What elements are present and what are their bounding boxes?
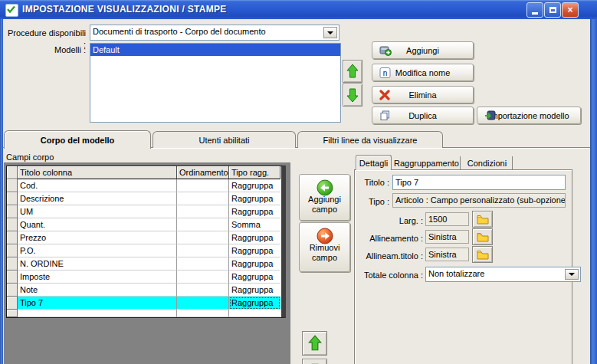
cell-titolo[interactable]: Quant. (18, 218, 177, 231)
maximize-button[interactable] (544, 2, 561, 18)
cell-tipo-ragg[interactable]: Raggruppa (229, 284, 280, 297)
cell-tipo-ragg[interactable]: Somma (229, 218, 280, 231)
cell-titolo[interactable]: P.O. (18, 244, 177, 257)
row-move-down-button[interactable] (302, 359, 327, 364)
cell-ordinamento[interactable] (177, 297, 229, 310)
cell-titolo[interactable]: Descrizione (18, 192, 177, 205)
minimize-button[interactable] (526, 2, 543, 18)
row-selector-cell[interactable] (7, 271, 18, 284)
table-row[interactable]: UMRaggruppa (7, 205, 281, 218)
row-selector-cell[interactable] (7, 297, 18, 310)
aggiungi-label: Aggiungi (406, 46, 439, 55)
modelli-listbox[interactable]: Default (90, 43, 341, 123)
row-move-up-button[interactable] (302, 331, 327, 356)
import-icon (484, 110, 496, 121)
cell-ordinamento[interactable] (177, 192, 229, 205)
cell-titolo[interactable]: Note (18, 284, 177, 297)
cell-ordinamento[interactable] (177, 205, 229, 218)
rimuovi-campo-button[interactable]: Rimuovicampo (299, 222, 350, 272)
campi-grid-body: Cod.RaggruppaDescrizioneRaggruppaUMRaggr… (7, 179, 281, 310)
tab-filtri-linee[interactable]: Filtri linee da visualizzare (297, 131, 443, 148)
folder-icon (477, 250, 489, 260)
cell-ordinamento[interactable] (177, 244, 229, 257)
cell-ordinamento[interactable] (177, 257, 229, 271)
cell-titolo[interactable]: UM (18, 205, 177, 218)
cell-titolo[interactable]: N. ORDINE (18, 257, 177, 271)
titolo-input[interactable] (392, 175, 566, 190)
cell-tipo-ragg[interactable]: Raggruppa (229, 271, 280, 284)
campi-corpo-grid[interactable]: Titolo colonna Ordinamento Tipo ragg. Co… (6, 166, 286, 318)
allineamento-picker-button[interactable] (472, 228, 493, 245)
allineam-titolo-picker-button[interactable] (472, 246, 493, 263)
cell-ordinamento[interactable] (177, 284, 229, 297)
procedure-combobox[interactable]: Documenti di trasporto - Corpo del docum… (90, 25, 340, 41)
duplicate-icon (379, 110, 391, 121)
cell-tipo-ragg[interactable]: Raggruppa (229, 231, 280, 244)
cell-titolo[interactable]: Tipo 7 (18, 297, 177, 310)
cell-tipo-ragg[interactable]: Raggruppa (229, 192, 280, 205)
larg-picker-button[interactable] (472, 211, 493, 228)
row-selector-cell[interactable] (7, 284, 18, 297)
duplica-button[interactable]: Duplica (372, 107, 474, 124)
tipo-value-box: Articolo : Campo personalizzato (sub-opz… (392, 193, 566, 208)
totale-dropdown-button[interactable] (565, 269, 579, 280)
table-row[interactable]: Tipo 7Raggruppa (7, 297, 281, 310)
cell-ordinamento[interactable] (177, 179, 229, 192)
table-row[interactable]: Quant.Somma (7, 218, 281, 231)
table-row[interactable]: ImposteRaggruppa (7, 271, 281, 284)
list-item[interactable]: Default (90, 44, 340, 56)
row-selector-cell[interactable] (7, 205, 18, 218)
row-selector-cell[interactable] (7, 179, 18, 192)
maximize-icon (549, 7, 556, 13)
elimina-button[interactable]: Elimina (372, 86, 474, 103)
larg-input[interactable] (425, 212, 469, 226)
row-selector-cell[interactable] (7, 192, 18, 205)
procedure-dropdown-button[interactable] (323, 27, 337, 38)
tab-raggruppamento[interactable]: Raggruppamento (393, 156, 461, 169)
table-row[interactable]: N. ORDINERaggruppa (7, 257, 281, 271)
title-bar[interactable]: IMPOSTAZIONE VISUALIZZAZIONI / STAMPE × (0, 0, 597, 19)
table-row[interactable]: PrezzoRaggruppa (7, 231, 281, 244)
table-row[interactable]: Cod.Raggruppa (7, 179, 281, 192)
model-move-down-button[interactable] (343, 84, 362, 107)
table-row[interactable]: P.O.Raggruppa (7, 244, 281, 257)
modifica-nome-button[interactable]: n Modifica nome (372, 64, 474, 81)
row-selector-cell[interactable] (7, 244, 18, 257)
allineamento-input[interactable] (425, 230, 469, 244)
arrow-up-icon (346, 64, 359, 79)
header-titolo-colonna[interactable]: Titolo colonna (18, 166, 177, 179)
table-row[interactable]: NoteRaggruppa (7, 284, 281, 297)
importazione-modello-button[interactable]: Importazione modello (477, 107, 581, 124)
chevron-down-icon (569, 273, 575, 276)
tab-dettagli[interactable]: Dettagli (356, 155, 392, 170)
model-move-up-button[interactable] (343, 60, 362, 83)
header-ordinamento[interactable]: Ordinamento (177, 166, 229, 179)
tab-utenti-abilitati[interactable]: Utenti abilitati (153, 131, 296, 148)
cell-titolo[interactable]: Imposte (18, 271, 177, 284)
table-row[interactable]: DescrizioneRaggruppa (7, 192, 281, 205)
cell-tipo-ragg[interactable]: Raggruppa (229, 297, 280, 310)
header-tipo-ragg[interactable]: Tipo ragg. (229, 166, 280, 179)
cell-tipo-ragg[interactable]: Raggruppa (229, 244, 280, 257)
row-selector-cell[interactable] (7, 257, 18, 271)
row-selector-cell[interactable] (7, 231, 18, 244)
allineam-titolo-input[interactable] (425, 248, 469, 261)
totale-colonna-combobox[interactable]: Non totalizzare (425, 267, 581, 282)
cell-titolo[interactable]: Prezzo (18, 231, 177, 244)
arrow-up-icon (307, 335, 323, 352)
cell-titolo[interactable]: Cod. (18, 179, 177, 192)
aggiungi-button[interactable]: Aggiungi (372, 41, 474, 59)
row-selector-cell[interactable] (7, 218, 18, 231)
cell-tipo-ragg[interactable]: Raggruppa (229, 179, 280, 192)
cell-ordinamento[interactable] (177, 218, 229, 231)
cell-ordinamento[interactable] (177, 231, 229, 244)
tab-corpo-del-modello[interactable]: Corpo del modello (4, 130, 151, 149)
totale-colonna-value: Non totalizzare (426, 267, 580, 280)
cell-tipo-ragg[interactable]: Raggruppa (229, 257, 280, 271)
delete-x-icon (379, 90, 390, 100)
tab-condizioni[interactable]: Condizioni (462, 156, 513, 169)
close-button[interactable]: × (562, 2, 579, 18)
cell-ordinamento[interactable] (177, 271, 229, 284)
importazione-label: Importazione modello (488, 111, 569, 120)
cell-tipo-ragg[interactable]: Raggruppa (229, 205, 280, 218)
